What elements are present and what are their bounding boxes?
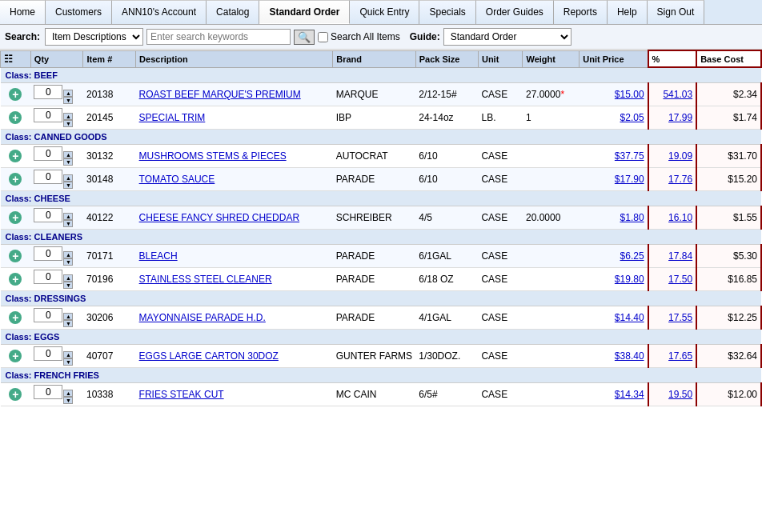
unit-price-link[interactable]: $14.40: [615, 312, 644, 323]
qty-input[interactable]: [34, 308, 62, 322]
add-item-button[interactable]: +: [9, 211, 22, 224]
unit-price-link[interactable]: $14.34: [615, 389, 644, 400]
qty-spin-up[interactable]: ▲: [63, 390, 73, 397]
item-description-link[interactable]: MAYONNAISE PARADE H.D.: [139, 312, 266, 323]
item-description-link[interactable]: ROAST BEEF MARQUE'S PREMIUM: [139, 89, 301, 100]
brand-cell: GUNTER FARMS: [333, 345, 415, 368]
qty-input[interactable]: [34, 170, 62, 184]
percent-link[interactable]: 16.10: [668, 212, 692, 223]
search-button[interactable]: 🔍: [294, 30, 315, 45]
unit-price-link[interactable]: $6.25: [620, 250, 644, 262]
qty-spin-up[interactable]: ▲: [63, 151, 73, 158]
qty-spin-up[interactable]: ▲: [63, 251, 73, 258]
percent-link[interactable]: 17.65: [668, 350, 692, 362]
nav-standard-order[interactable]: Standard Order: [259, 0, 350, 24]
unit-price-cell: $6.25: [580, 245, 648, 268]
qty-input[interactable]: [34, 246, 62, 261]
percent-link[interactable]: 17.50: [668, 274, 692, 285]
unit-price-cell: $19.80: [580, 268, 648, 291]
row-add-cell: +: [1, 245, 31, 268]
qty-spin-up[interactable]: ▲: [63, 113, 73, 120]
qty-spin-down[interactable]: ▼: [63, 120, 73, 127]
unit-price-link[interactable]: $17.90: [615, 174, 644, 185]
qty-cell: ▲▼: [30, 168, 83, 191]
weight-cell: [523, 306, 580, 330]
percent-link[interactable]: 17.76: [668, 174, 692, 185]
item-description-link[interactable]: SPECIAL TRIM: [139, 112, 206, 123]
qty-spin-up[interactable]: ▲: [63, 274, 73, 282]
guide-select[interactable]: Standard Order: [443, 28, 572, 46]
percent-link[interactable]: 541.03: [663, 89, 692, 100]
item-description-link[interactable]: TOMATO SAUCE: [139, 174, 215, 185]
qty-input[interactable]: [34, 346, 62, 361]
qty-spin-up[interactable]: ▲: [63, 174, 73, 182]
qty-input[interactable]: [34, 270, 62, 284]
add-item-button[interactable]: +: [9, 388, 22, 401]
qty-input[interactable]: [34, 385, 62, 399]
item-description-link[interactable]: EGGS LARGE CARTON 30DOZ: [139, 350, 279, 362]
item-description-link[interactable]: FRIES STEAK CUT: [139, 389, 224, 400]
qty-spin-down[interactable]: ▼: [63, 282, 73, 289]
nav-reports[interactable]: Reports: [554, 0, 608, 24]
qty-spin-down[interactable]: ▼: [63, 320, 73, 327]
add-item-button[interactable]: +: [9, 250, 22, 262]
item-description-link[interactable]: MUSHROOMS STEMS & PIECES: [139, 150, 287, 162]
qty-spin-up[interactable]: ▲: [63, 213, 73, 220]
nav-sign-out[interactable]: Sign Out: [648, 0, 705, 24]
add-item-button[interactable]: +: [9, 273, 22, 286]
add-item-button[interactable]: +: [9, 350, 22, 362]
item-description-link[interactable]: BLEACH: [139, 250, 178, 262]
nav-account[interactable]: ANN10's Account: [112, 0, 207, 24]
qty-input[interactable]: [34, 85, 62, 99]
nav-customers[interactable]: Customers: [46, 0, 112, 24]
percent-link[interactable]: 17.99: [668, 112, 692, 123]
weight-cell: [523, 383, 580, 406]
percent-link[interactable]: 19.50: [668, 389, 692, 400]
qty-cell: ▲▼: [30, 245, 83, 268]
add-item-button[interactable]: +: [9, 173, 22, 186]
qty-input[interactable]: [34, 146, 62, 161]
qty-spin-down[interactable]: ▼: [63, 397, 73, 404]
unit-price-link[interactable]: $37.75: [615, 150, 644, 162]
add-item-button[interactable]: +: [9, 88, 22, 101]
qty-input[interactable]: [34, 108, 62, 122]
percent-link[interactable]: 17.84: [668, 250, 692, 262]
search-input[interactable]: [146, 29, 291, 45]
item-description-link[interactable]: STAINLESS STEEL CLEANER: [139, 274, 272, 285]
add-item-button[interactable]: +: [9, 311, 22, 324]
unit-price-link[interactable]: $38.40: [615, 350, 644, 362]
nav-order-guides[interactable]: Order Guides: [476, 0, 554, 24]
qty-spin-down[interactable]: ▼: [63, 220, 73, 227]
percent-link[interactable]: 17.55: [668, 312, 692, 323]
qty-spin-down[interactable]: ▼: [63, 358, 73, 366]
search-type-select[interactable]: Item Descriptions: [45, 28, 143, 46]
add-item-button[interactable]: +: [9, 150, 22, 162]
qty-input[interactable]: [34, 208, 62, 222]
unit-price-link[interactable]: $15.00: [615, 89, 644, 100]
qty-spin-up[interactable]: ▲: [63, 313, 73, 320]
qty-spin-down[interactable]: ▼: [63, 158, 73, 166]
nav-catalog[interactable]: Catalog: [207, 0, 259, 24]
qty-spin-down[interactable]: ▼: [63, 97, 73, 104]
qty-spin-down[interactable]: ▼: [63, 182, 73, 189]
search-all-checkbox[interactable]: [318, 32, 328, 42]
nav-help[interactable]: Help: [608, 0, 648, 24]
description-cell: TOMATO SAUCE: [136, 168, 333, 191]
item-description-link[interactable]: CHEESE FANCY SHRED CHEDDAR: [139, 212, 299, 223]
unit-price-cell: $17.90: [580, 168, 648, 191]
unit-price-link[interactable]: $1.80: [620, 212, 644, 223]
qty-spin-down[interactable]: ▼: [63, 258, 73, 266]
unit-price-link[interactable]: $19.80: [615, 274, 644, 285]
qty-spin-up[interactable]: ▲: [63, 351, 73, 358]
description-cell: EGGS LARGE CARTON 30DOZ: [136, 345, 333, 368]
percent-link[interactable]: 19.09: [668, 150, 692, 162]
weight-cell: 27.0000*: [523, 83, 580, 106]
add-item-button[interactable]: +: [9, 111, 22, 124]
nav-home[interactable]: Home: [0, 0, 46, 24]
unit-price-link[interactable]: $2.05: [620, 112, 644, 123]
row-add-cell: +: [1, 168, 31, 191]
weight-cell: 20.0000: [523, 206, 580, 230]
nav-specials[interactable]: Specials: [419, 0, 475, 24]
nav-quick-entry[interactable]: Quick Entry: [350, 0, 419, 24]
qty-spin-up[interactable]: ▲: [63, 90, 73, 97]
